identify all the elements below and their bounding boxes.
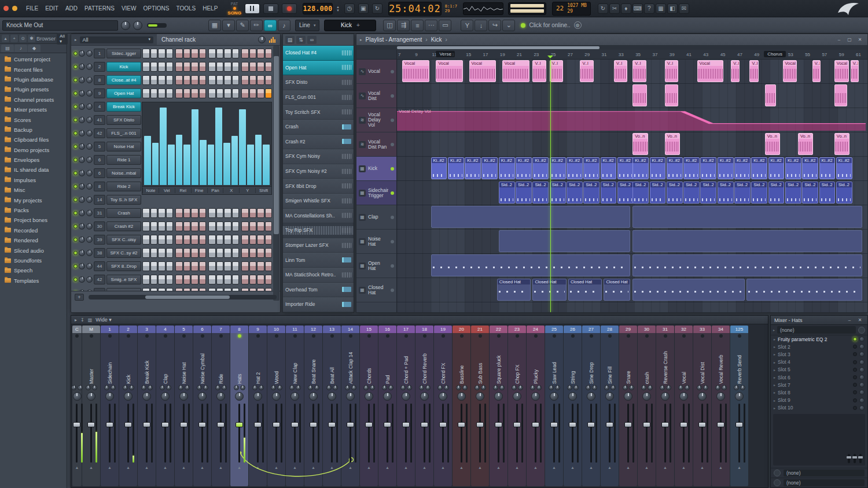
strip-route-icon[interactable]: ▲ bbox=[311, 464, 315, 471]
mixer-strip-number[interactable]: 5 bbox=[175, 326, 193, 333]
strip-stereo-knob[interactable] bbox=[178, 385, 183, 390]
track-led[interactable] bbox=[391, 143, 394, 146]
clip-vocal[interactable]: Vocal bbox=[469, 60, 496, 82]
channel-enable-led[interactable] bbox=[73, 145, 78, 149]
step-cell[interactable] bbox=[142, 275, 150, 284]
step-cell[interactable] bbox=[232, 288, 240, 291]
step-cell[interactable] bbox=[183, 248, 191, 258]
step-cell[interactable] bbox=[241, 248, 249, 258]
track-led[interactable] bbox=[391, 94, 394, 98]
step-cell[interactable] bbox=[199, 288, 207, 291]
cut-icon[interactable]: ✂ bbox=[609, 3, 620, 14]
menu-view[interactable]: VIEW bbox=[119, 3, 139, 13]
fader-thumb[interactable] bbox=[198, 422, 206, 427]
mixer-strip-number[interactable]: M bbox=[82, 326, 100, 333]
search-icon[interactable]: ⊙ bbox=[19, 35, 27, 42]
sample-item[interactable]: SFX Disto bbox=[283, 75, 354, 90]
clip-auto[interactable]: Vocal Delay Vol bbox=[397, 109, 866, 131]
velocity-bar[interactable] bbox=[200, 140, 207, 185]
step-cell[interactable] bbox=[150, 208, 158, 218]
strip-pan-knob[interactable] bbox=[142, 392, 151, 401]
step-cell[interactable] bbox=[249, 75, 257, 85]
effect-slot-9[interactable]: ▸Slot 9 bbox=[771, 397, 867, 404]
browser-item-soundfonts[interactable]: Soundfonts bbox=[0, 256, 67, 265]
strip-route-icon[interactable]: ▲ bbox=[663, 464, 667, 471]
step-cell[interactable] bbox=[216, 248, 224, 258]
sample-item[interactable]: Linn Tom bbox=[283, 253, 354, 268]
step-cell[interactable] bbox=[232, 208, 240, 218]
clip-kick[interactable]: Ki..#2 bbox=[802, 157, 818, 179]
clip-side[interactable]: Sid..2 bbox=[802, 182, 818, 204]
strip-fader[interactable] bbox=[160, 402, 171, 464]
step-cell[interactable] bbox=[183, 288, 191, 291]
fader-thumb[interactable] bbox=[606, 422, 613, 427]
step-cell[interactable] bbox=[232, 248, 240, 258]
clip-vocal[interactable]: V..l bbox=[851, 60, 859, 82]
channel-button[interactable]: FLS_..n 001 bbox=[106, 128, 141, 138]
sample-item[interactable]: SFX Cym Noisy bbox=[283, 149, 354, 164]
clip-vocal[interactable]: V..l bbox=[812, 60, 821, 82]
channel-volume-knob[interactable] bbox=[86, 276, 93, 283]
fader-thumb[interactable] bbox=[458, 422, 465, 427]
channel-pan-knob[interactable] bbox=[79, 236, 85, 243]
graph-label-pan[interactable]: Pan bbox=[207, 188, 223, 193]
strip-route-icon[interactable]: ▲ bbox=[145, 464, 149, 471]
mixer-strip-break-kick[interactable]: 3Break Kick▲ bbox=[138, 326, 156, 486]
step-cell[interactable] bbox=[150, 49, 158, 58]
strip-pan-knob[interactable] bbox=[550, 392, 558, 401]
track-lane-vocal[interactable]: VocalVocalVocalVocalV..lV..lV..lV..lV..l… bbox=[397, 60, 867, 84]
step-cell[interactable] bbox=[199, 88, 207, 98]
effect-slot-3[interactable]: ▸Slot 3 bbox=[771, 350, 867, 358]
mixer-strip-vocal[interactable]: 32Vocal▲ bbox=[675, 326, 693, 486]
slot-mix-knob[interactable] bbox=[859, 390, 865, 395]
step-cell[interactable] bbox=[257, 62, 264, 72]
clip-vocal[interactable]: Vo..n bbox=[834, 133, 849, 155]
mixer-strip-led[interactable] bbox=[201, 334, 204, 338]
mixer-strip-number[interactable]: 20 bbox=[453, 326, 470, 333]
menu-patterns[interactable]: PATTERNS bbox=[82, 3, 117, 13]
fader-thumb[interactable] bbox=[347, 422, 354, 427]
step-cell[interactable] bbox=[216, 288, 224, 291]
strip-route-icon[interactable]: ▲ bbox=[256, 464, 260, 471]
strip-route-icon[interactable]: ▲ bbox=[237, 464, 241, 471]
sample-item[interactable]: Crash bbox=[283, 120, 354, 135]
mixer-strip-beat-snare[interactable]: 12Beat Snare▲ bbox=[304, 326, 322, 486]
fader-thumb[interactable] bbox=[513, 422, 521, 427]
strip-stereo-knob[interactable] bbox=[512, 385, 517, 390]
fader-thumb[interactable] bbox=[550, 422, 558, 427]
clip-vocal[interactable]: V..l bbox=[532, 60, 546, 82]
strip-stereo-knob[interactable] bbox=[141, 385, 146, 390]
fader-thumb[interactable] bbox=[421, 422, 428, 427]
strip-route-icon[interactable]: ▲ bbox=[385, 464, 389, 471]
channel-button[interactable]: SFX 8..Drop bbox=[106, 261, 141, 271]
strip-stereo-knob[interactable] bbox=[734, 385, 739, 390]
mixer-strip-number[interactable]: 3 bbox=[138, 326, 156, 333]
sample-item[interactable]: Toy Rip SFX bbox=[283, 223, 354, 238]
step-cell[interactable] bbox=[249, 208, 257, 218]
step-cell[interactable] bbox=[224, 75, 231, 85]
step-cell[interactable] bbox=[191, 275, 198, 284]
send-route-icon[interactable] bbox=[774, 479, 781, 486]
clip-vocal[interactable]: Vocal bbox=[834, 60, 849, 82]
clip-kick[interactable]: Ki..#2 bbox=[785, 157, 801, 179]
strip-route-icon[interactable]: ▲ bbox=[700, 464, 704, 471]
track-led[interactable] bbox=[391, 70, 394, 73]
step-cell[interactable] bbox=[166, 208, 174, 218]
swap-icon[interactable]: ⇅ bbox=[296, 36, 306, 44]
clip-kick[interactable]: Ki..#2 bbox=[683, 157, 700, 179]
step-cell[interactable] bbox=[199, 62, 207, 72]
maximize-icon[interactable]: ▢ bbox=[845, 36, 854, 43]
sync-icon[interactable]: ↻ bbox=[598, 3, 608, 14]
mixer-strip-led[interactable] bbox=[590, 334, 593, 338]
channel-pan-knob[interactable] bbox=[79, 143, 85, 150]
mixer-strip-number[interactable]: 21 bbox=[471, 326, 489, 333]
window-close-dot[interactable] bbox=[3, 6, 9, 11]
fader-thumb[interactable] bbox=[236, 422, 243, 427]
channel-button[interactable]: Break Kick bbox=[106, 102, 141, 112]
strip-pan-knob[interactable] bbox=[235, 392, 244, 401]
clip-vocal[interactable]: V..l bbox=[632, 60, 646, 82]
velocity-bar[interactable] bbox=[247, 145, 254, 186]
velocity-bar[interactable] bbox=[160, 108, 167, 185]
strip-eq-knob[interactable] bbox=[592, 385, 597, 390]
graph-mode-icon[interactable] bbox=[269, 37, 275, 43]
